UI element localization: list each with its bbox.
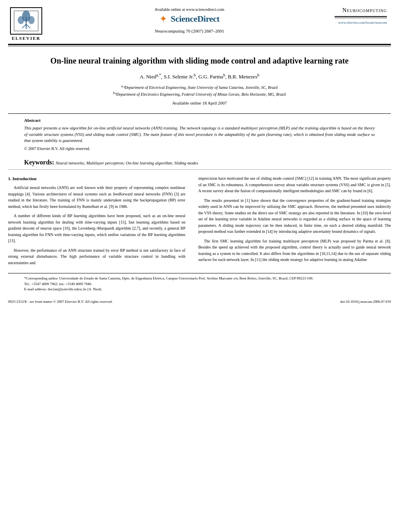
- elsevier-logo: ELSEVIER: [8, 7, 44, 41]
- right-para-3: The first SMC learning algorithm for tra…: [198, 238, 391, 263]
- footnote-section: *Corresponding author. Universidade do E…: [8, 273, 391, 295]
- header-line-1: [335, 16, 387, 17]
- intro-para-2: A number of different kinds of BP learni…: [8, 213, 185, 244]
- affiliation-a: aᵃDepartment of Electrical Engineering, …: [24, 84, 375, 97]
- doi-text: doi:10.1016/j.neucom.2006.07.019: [340, 300, 391, 304]
- sd-icon: ✦: [159, 13, 167, 25]
- elsevier-url: www.elsevier.com/locate/neucom: [338, 21, 387, 25]
- header-center: Available online at www.sciencedirect.co…: [44, 7, 335, 33]
- sciencedirect-logo: ✦ ScienceDirect: [159, 13, 219, 25]
- keywords-label: Keywords:: [24, 159, 54, 166]
- keywords-text: Neural networks; Multilayer perceptron; …: [56, 161, 198, 165]
- bottom-bar: 0925-2312/$ - see front matter © 2007 El…: [0, 298, 399, 305]
- top-divider-thick: [8, 44, 391, 45]
- article-title: On-line neural training algorithm with s…: [24, 55, 375, 66]
- issn-text: 0925-2312/$ - see front matter © 2007 El…: [8, 300, 113, 304]
- keywords-section: Keywords: Neural networks; Multilayer pe…: [8, 157, 391, 170]
- right-para-1: imprecision have motivated the use of sl…: [198, 175, 391, 194]
- svg-line-5: [22, 24, 26, 28]
- footnote-corresponding: *Corresponding author. Universidade do E…: [24, 276, 375, 281]
- header-line-2: [335, 18, 387, 18]
- copyright: © 2007 Elsevier B.V. All rights reserved…: [24, 146, 375, 151]
- footnote-tel: Tel.: +5547 4009 7962; fax: +5549 4009 7…: [24, 281, 375, 287]
- authors: A. Nieda,*, S.I. Seleme Jr.b, G.G. Parma…: [24, 73, 375, 80]
- abstract-text: This paper presents a new algorithm for …: [24, 125, 375, 144]
- main-content: 1. Introduction Artificial neural networ…: [0, 170, 399, 269]
- abstract-title: Abstract: [24, 118, 375, 123]
- neurocomputing-label: Neurocomputing: [342, 7, 387, 14]
- footnote-email: E-mail address: dee2an@joinville.udesc.b…: [24, 287, 375, 292]
- available-date: Available online 18 April 2007: [24, 101, 375, 105]
- col-left: 1. Introduction Artificial neural networ…: [8, 175, 192, 269]
- abstract-section: Abstract This paper presents a new algor…: [8, 113, 391, 155]
- sd-brand-text: ScienceDirect: [171, 14, 219, 24]
- article-header: On-line neural training algorithm with s…: [0, 47, 399, 113]
- right-para-2: The results presented in [1] have shown …: [198, 197, 391, 235]
- available-online-text: Available online at www.sciencedirect.co…: [154, 7, 224, 12]
- intro-section-title: 1. Introduction: [8, 175, 185, 182]
- col-right: imprecision have motivated the use of sl…: [192, 175, 391, 269]
- journal-volume: Neurocomputing 70 (2007) 2687–2691: [155, 29, 224, 33]
- intro-para-3: However, the performance of an ANN struc…: [8, 247, 185, 266]
- intro-para-1: Artificial neural networks (ANN) are wel…: [8, 185, 185, 210]
- svg-point-3: [18, 16, 24, 24]
- elsevier-label: ELSEVIER: [12, 36, 41, 41]
- svg-point-4: [28, 16, 35, 24]
- svg-line-6: [26, 24, 30, 28]
- elsevier-logo-box: [10, 7, 42, 35]
- top-divider-thin: [8, 46, 391, 46]
- header-right: Neurocomputing www.elsevier.com/locate/n…: [335, 7, 387, 25]
